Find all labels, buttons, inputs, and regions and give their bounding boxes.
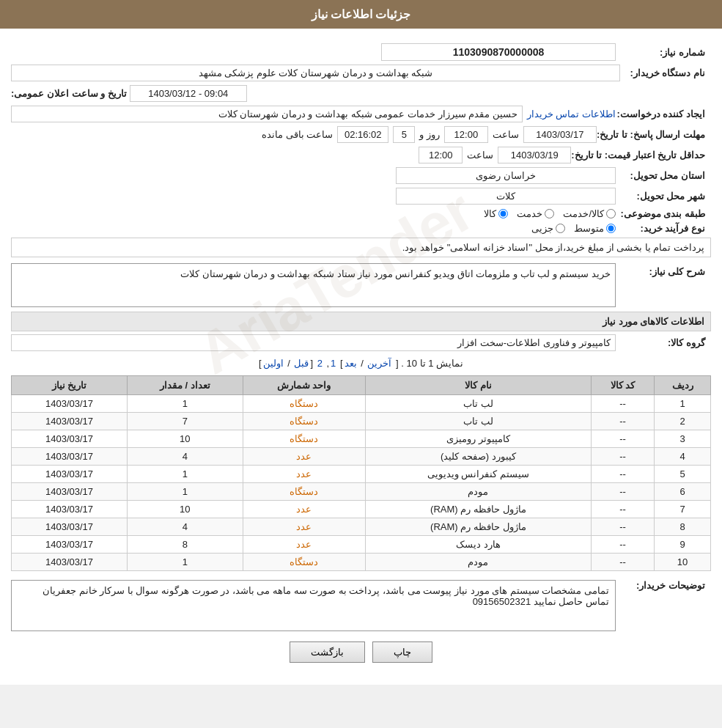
pagination-p1[interactable]: 1 (331, 358, 336, 369)
process-type-radio-group: متوسط جزیی (531, 223, 616, 234)
cell-date: 1403/03/17 (12, 501, 128, 518)
cell-name: کیبورد (صفحه کلید) (365, 448, 591, 466)
col-header-row: ردیف (655, 376, 711, 395)
pagination-bar: نمایش 1 تا 10 . [ آخرین / بعد] 1, 2 [قبل… (11, 355, 711, 372)
cell-row-num: 6 (655, 483, 711, 501)
pagination-first[interactable]: اولین (263, 358, 284, 369)
cell-date: 1403/03/17 (12, 448, 128, 466)
process-medium-text: متوسط (574, 223, 604, 234)
process-note: پرداخت تمام یا بخشی از مبلغ خرید،از محل … (11, 238, 711, 257)
cell-date: 1403/03/17 (12, 518, 128, 536)
cell-qty: 7 (128, 413, 243, 430)
category-both-radio[interactable] (606, 209, 616, 218)
cell-unit: دستگاه (243, 395, 365, 413)
process-simple-label[interactable]: جزیی (531, 223, 565, 234)
reply-date: 1403/03/17 (523, 126, 597, 143)
cell-row-num: 3 (655, 430, 711, 448)
reply-time: 12:00 (444, 126, 488, 143)
items-table: ردیف کد کالا نام کالا واحد شمارش تعداد /… (11, 375, 711, 571)
cell-code: -- (591, 554, 654, 571)
col-header-qty: تعداد / مقدار (128, 376, 243, 395)
cell-qty: 1 (128, 554, 243, 571)
category-service-text: خدمت (517, 208, 542, 219)
cell-unit: دستگاه (243, 430, 365, 448)
table-row: 8 -- ماژول حافظه رم (RAM) عدد 4 1403/03/… (12, 518, 711, 536)
back-button[interactable]: بازگشت (290, 641, 365, 663)
cell-code: -- (591, 430, 654, 448)
process-note-text: پرداخت تمام یا بخشی از مبلغ خرید،از محل … (402, 242, 704, 253)
table-row: 2 -- لب تاب دستگاه 7 1403/03/17 (12, 413, 711, 430)
cell-row-num: 5 (655, 466, 711, 483)
cell-date: 1403/03/17 (12, 395, 128, 413)
pagination-text: نمایش 1 تا 10 . [ آخرین / بعد] 1, 2 [قبل… (259, 358, 463, 369)
city-value: کلات (396, 188, 616, 205)
reply-deadline-label: مهلت ارسال پاسخ: تا تاریخ: (597, 129, 711, 140)
reply-remaining-label: ساعت باقی مانده (262, 129, 333, 140)
table-row: 6 -- مودم دستگاه 1 1403/03/17 (12, 483, 711, 501)
cell-qty: 10 (128, 430, 243, 448)
category-service-radio[interactable] (545, 209, 554, 218)
buyer-label: نام دستگاه خریدار: (623, 67, 711, 78)
process-type-label: نوع فرآیند خرید: (616, 223, 711, 234)
buyer-notes-label: توضیحات خریدار: (616, 580, 711, 591)
category-service-label[interactable]: خدمت (517, 208, 554, 219)
cell-unit: دستگاه (243, 413, 365, 430)
col-header-unit: واحد شمارش (243, 376, 365, 395)
category-both-text: کالا/خدمت (563, 208, 604, 219)
cell-qty: 4 (128, 518, 243, 536)
goods-group-value: کامپیوتر و فناوری اطلاعات-سخت افزار (11, 334, 616, 351)
cell-date: 1403/03/17 (12, 413, 128, 430)
cell-code: -- (591, 483, 654, 501)
pagination-prev[interactable]: قبل (294, 358, 309, 369)
price-date: 1403/03/19 (498, 147, 571, 163)
goods-info-title: اطلاعات کالاهای مورد نیاز (11, 312, 711, 331)
need-description: خرید سیستم و لب تاب و ملزومات اتاق ویدیو… (11, 263, 616, 307)
process-simple-radio[interactable] (556, 224, 565, 233)
table-row: 10 -- مودم دستگاه 1 1403/03/17 (12, 554, 711, 571)
col-header-date: تاریخ نیاز (12, 376, 128, 395)
pagination-next[interactable]: بعد (345, 358, 357, 369)
pagination-p2[interactable]: 2 (317, 358, 323, 369)
province-value: خراسان رضوی (396, 167, 616, 184)
cell-name: ماژول حافظه رم (RAM) (365, 518, 591, 536)
category-goods-label[interactable]: کالا (484, 208, 508, 219)
table-row: 9 -- هارد دیسک عدد 8 1403/03/17 (12, 536, 711, 554)
reply-days-label: روز و (419, 129, 440, 140)
process-medium-radio[interactable] (606, 224, 616, 233)
category-goods-text: کالا (484, 208, 496, 219)
page-title: جزئیات اطلاعات نیاز (312, 8, 411, 21)
table-row: 1 -- لب تاب دستگاه 1 1403/03/17 (12, 395, 711, 413)
cell-row-num: 10 (655, 554, 711, 571)
cell-qty: 1 (128, 483, 243, 501)
contact-link[interactable]: اطلاعات تماس خریدار (527, 109, 616, 120)
cell-row-num: 2 (655, 413, 711, 430)
cell-row-num: 7 (655, 501, 711, 518)
cell-unit: دستگاه (243, 483, 365, 501)
process-medium-label[interactable]: متوسط (574, 223, 616, 234)
print-button[interactable]: چاپ (372, 641, 432, 663)
need-number-label: شماره نیاز: (616, 47, 711, 58)
cell-name: مودم (365, 554, 591, 571)
pagination-last[interactable]: آخرین (367, 358, 391, 369)
cell-unit: عدد (243, 466, 365, 483)
reply-days: 5 (393, 126, 415, 143)
cell-date: 1403/03/17 (12, 466, 128, 483)
cell-row-num: 9 (655, 536, 711, 554)
cell-name: ماژول حافظه رم (RAM) (365, 501, 591, 518)
cell-unit: عدد (243, 448, 365, 466)
cell-code: -- (591, 448, 654, 466)
category-goods-radio[interactable] (498, 209, 508, 218)
cell-unit: عدد (243, 518, 365, 536)
announce-datetime-label: تاریخ و ساعت اعلان عمومی: (11, 88, 127, 99)
cell-row-num: 1 (655, 395, 711, 413)
category-both-label[interactable]: کالا/خدمت (563, 208, 616, 219)
cell-row-num: 8 (655, 518, 711, 536)
cell-date: 1403/03/17 (12, 536, 128, 554)
button-row: چاپ بازگشت (11, 641, 711, 663)
cell-unit: عدد (243, 536, 365, 554)
goods-group-label: گروه کالا: (616, 337, 711, 348)
cell-qty: 10 (128, 501, 243, 518)
cell-name: هارد دیسک (365, 536, 591, 554)
price-deadline-label: حداقل تاریخ اعتبار قیمت: تا تاریخ: (571, 150, 711, 161)
cell-qty: 1 (128, 466, 243, 483)
